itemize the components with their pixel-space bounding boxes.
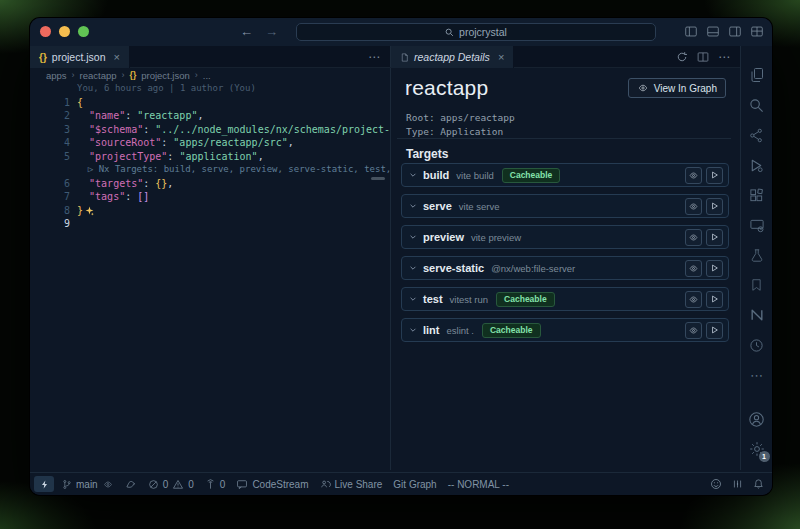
view-target-button[interactable]: [685, 260, 702, 277]
notifications-bell-icon[interactable]: [753, 478, 764, 490]
code-line[interactable]: 5 "projectType": "application",: [30, 150, 390, 164]
close-window-button[interactable]: [40, 26, 51, 37]
breadcrumb-item[interactable]: reactapp: [80, 70, 117, 81]
chevron-down-icon[interactable]: [409, 233, 417, 241]
minimize-window-button[interactable]: [59, 26, 70, 37]
settings-gear-icon[interactable]: 1: [741, 434, 773, 464]
target-command: vite build: [456, 170, 494, 181]
explorer-icon[interactable]: [741, 60, 773, 90]
code-line[interactable]: 8}: [30, 204, 390, 218]
tab-project-json[interactable]: {} project.json ×: [30, 46, 130, 68]
more-views-icon[interactable]: ⋯: [741, 360, 773, 390]
target-row[interactable]: lint eslint . Cacheable: [401, 318, 729, 342]
run-target-button[interactable]: [706, 198, 723, 215]
target-row[interactable]: preview vite preview: [401, 225, 729, 249]
tab-reactapp-details[interactable]: reactapp Details ×: [391, 46, 514, 68]
more-actions-icon[interactable]: ⋯: [718, 50, 730, 64]
history-clock-icon[interactable]: [741, 330, 773, 360]
breadcrumb-item[interactable]: project.json: [141, 70, 190, 81]
cacheable-badge: Cacheable: [502, 168, 561, 183]
customize-layout-icon[interactable]: [750, 25, 764, 38]
view-target-button[interactable]: [685, 198, 702, 215]
chevron-down-icon[interactable]: [409, 295, 417, 303]
close-tab-icon[interactable]: ×: [498, 51, 504, 63]
target-command: vite serve: [459, 201, 500, 212]
target-row[interactable]: test vitest run Cacheable: [401, 287, 729, 311]
close-tab-icon[interactable]: ×: [114, 51, 120, 63]
run-target-button[interactable]: [706, 260, 723, 277]
target-command: @nx/web:file-server: [491, 263, 575, 274]
target-row[interactable]: build vite build Cacheable: [401, 163, 729, 187]
code-line[interactable]: 9: [30, 217, 390, 231]
code-line[interactable]: 7 "tags": []: [30, 190, 390, 204]
line-number: 2: [30, 109, 70, 123]
toggle-sidebar-icon[interactable]: [684, 25, 698, 38]
lens-line[interactable]: ▷ Nx Targets: build, serve, preview, ser…: [30, 163, 390, 177]
vim-mode-indicator[interactable]: -- NORMAL --: [448, 479, 509, 490]
branch-name: main: [76, 479, 98, 490]
account-icon[interactable]: [741, 404, 773, 434]
chevron-down-icon[interactable]: [409, 326, 417, 334]
scrollbar-decoration[interactable]: [371, 177, 385, 180]
code-line[interactable]: 1{: [30, 96, 390, 110]
code-line-content: "projectType": "application",: [70, 150, 264, 164]
toggle-secondary-sidebar-icon[interactable]: [728, 25, 742, 38]
code-line[interactable]: 4 "sourceRoot": "apps/reactapp/src",: [30, 136, 390, 150]
code-line[interactable]: 2 "name": "reactapp",: [30, 109, 390, 123]
problems-status[interactable]: 0 0: [148, 479, 194, 490]
run-target-button[interactable]: [706, 229, 723, 246]
blame-line[interactable]: You, 6 hours ago | 1 author (You): [30, 82, 390, 96]
run-target-button[interactable]: [706, 291, 723, 308]
nav-forward-icon[interactable]: →: [265, 24, 278, 39]
ports-count: 0: [220, 479, 226, 490]
cacheable-badge: Cacheable: [496, 292, 555, 307]
chevron-down-icon[interactable]: [409, 264, 417, 272]
testing-flask-icon[interactable]: [741, 240, 773, 270]
remote-indicator[interactable]: [34, 476, 54, 492]
ports-status[interactable]: 0: [205, 479, 226, 490]
chevron-down-icon[interactable]: [409, 202, 417, 210]
view-in-graph-button[interactable]: View In Graph: [628, 78, 726, 98]
live-share-icon: [320, 479, 331, 490]
view-target-button[interactable]: [685, 229, 702, 246]
code-editor[interactable]: You, 6 hours ago | 1 author (You)1{2 "na…: [30, 82, 390, 470]
refresh-icon[interactable]: [676, 51, 688, 63]
run-target-button[interactable]: [706, 322, 723, 339]
more-actions-icon[interactable]: ⋯: [368, 50, 380, 64]
command-center-search[interactable]: projcrystal: [296, 23, 656, 41]
bird-status-icon[interactable]: [125, 479, 137, 490]
targets-heading: Targets: [406, 147, 448, 164]
status-bars-icon[interactable]: [732, 478, 743, 490]
target-row[interactable]: serve vite serve: [401, 194, 729, 218]
run-target-button[interactable]: [706, 167, 723, 184]
remote-explorer-icon[interactable]: [741, 210, 773, 240]
maximize-window-button[interactable]: [78, 26, 89, 37]
git-branch-status[interactable]: main: [62, 479, 114, 490]
tab-bar: {} project.json × ⋯ reactapp Details × ⋯: [30, 46, 772, 68]
ai-sparkle-icon[interactable]: [83, 205, 94, 216]
view-target-button[interactable]: [685, 322, 702, 339]
source-control-icon[interactable]: [741, 120, 773, 150]
code-line[interactable]: 3 "$schema": "../../node_modules/nx/sche…: [30, 123, 390, 137]
feedback-smiley-icon[interactable]: [710, 478, 722, 490]
settings-badge: 1: [759, 451, 770, 462]
breadcrumb-item[interactable]: apps: [46, 70, 67, 81]
view-target-button[interactable]: [685, 291, 702, 308]
view-target-button[interactable]: [685, 167, 702, 184]
toggle-panel-icon[interactable]: [706, 25, 720, 38]
git-graph-status[interactable]: Git Graph: [393, 479, 436, 490]
bookmarks-icon[interactable]: [741, 270, 773, 300]
target-row[interactable]: serve-static @nx/web:file-server: [401, 256, 729, 280]
codestream-status[interactable]: CodeStream: [236, 479, 308, 490]
breadcrumb-item[interactable]: ...: [203, 70, 211, 81]
lightning-icon: [40, 479, 49, 490]
code-line[interactable]: 6 "targets": {},: [30, 177, 390, 191]
split-editor-icon[interactable]: [697, 51, 709, 63]
live-share-status[interactable]: Live Share: [320, 479, 383, 490]
run-debug-icon[interactable]: [741, 150, 773, 180]
nx-console-icon[interactable]: [741, 300, 773, 330]
extensions-icon[interactable]: [741, 180, 773, 210]
chevron-down-icon[interactable]: [409, 171, 417, 179]
nav-back-icon[interactable]: ←: [240, 24, 253, 39]
search-icon[interactable]: [741, 90, 773, 120]
